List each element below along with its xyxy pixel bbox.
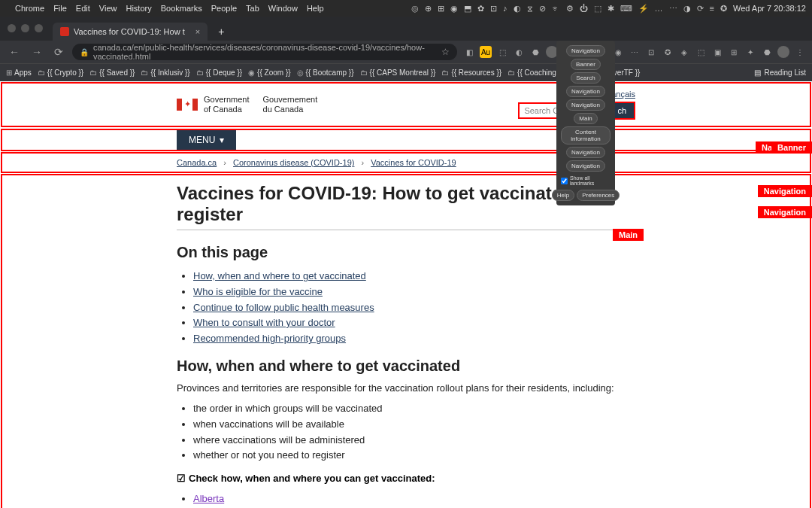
extension-icon[interactable]: ▣ xyxy=(711,46,723,58)
show-all-checkbox-input[interactable] xyxy=(561,178,568,184)
status-icon[interactable]: ⬚ xyxy=(594,4,601,14)
extension-icon[interactable]: ⬣ xyxy=(529,46,541,58)
toc-link[interactable]: Continue to follow public health measure… xyxy=(193,302,374,313)
menu-window[interactable]: Window xyxy=(268,4,298,13)
menu-history[interactable]: History xyxy=(126,4,151,13)
wifi-icon[interactable]: ᯤ xyxy=(552,4,560,13)
bluetooth-icon[interactable]: ✱ xyxy=(607,4,614,14)
status-icon[interactable]: … xyxy=(655,4,663,13)
bookmark-folder[interactable]: 🗀{{ Deque }} xyxy=(196,68,242,77)
status-icon[interactable]: ✪ xyxy=(720,4,727,14)
status-icon[interactable]: ⋯ xyxy=(669,4,677,14)
extension-icon[interactable]: ✪ xyxy=(662,46,674,58)
panel-preferences-button[interactable]: Preferences xyxy=(577,190,620,201)
extension-icon[interactable]: ✦ xyxy=(744,46,756,58)
clock[interactable]: Wed Apr 7 20:38:12 xyxy=(733,4,806,13)
breadcrumb-link[interactable]: Coronavirus disease (COVID-19) xyxy=(233,158,354,167)
new-tab-button[interactable]: + xyxy=(215,23,227,41)
province-link[interactable]: Alberta xyxy=(193,493,224,504)
status-icon[interactable]: ⬒ xyxy=(464,4,471,14)
main-menu-button[interactable]: MENU▾ xyxy=(177,130,236,150)
status-icon[interactable]: ◉ xyxy=(450,4,458,14)
extension-icon[interactable]: ⊡ xyxy=(645,46,657,58)
show-all-landmarks-checkbox[interactable]: Show all landmarks xyxy=(561,175,611,186)
reading-list-button[interactable]: ▤Reading List xyxy=(754,68,806,77)
chrome-menu-icon[interactable]: ⋮ xyxy=(794,46,806,58)
reload-button[interactable]: ⟳ xyxy=(51,46,66,58)
battery-icon[interactable]: ⚡ xyxy=(638,4,649,14)
back-button[interactable]: ← xyxy=(6,46,23,58)
lock-icon[interactable]: 🔒 xyxy=(80,48,89,56)
address-bar[interactable]: 🔒 canada.ca/en/public-health/services/di… xyxy=(72,44,457,60)
status-icon[interactable]: ⊘ xyxy=(539,4,546,14)
status-icon[interactable]: ✿ xyxy=(477,4,484,14)
bookmark-folder[interactable]: 🗀{{ Inklusiv }} xyxy=(141,68,189,77)
status-icon[interactable]: ⊞ xyxy=(438,4,444,14)
extension-icon[interactable]: ⬣ xyxy=(761,46,773,58)
bookmark-folder[interactable]: 🗀{{ Coaching }} xyxy=(508,68,563,77)
app-name[interactable]: Chrome xyxy=(15,4,44,13)
status-icon[interactable]: ⟳ xyxy=(697,4,704,14)
bookmark-item[interactable]: ◎{{ Bootcamp }} xyxy=(297,68,354,77)
breadcrumb-link[interactable]: Vaccines for COVID-19 xyxy=(371,158,456,167)
extension-icon[interactable]: ⬚ xyxy=(695,46,707,58)
status-icon[interactable]: ⚙ xyxy=(566,4,574,14)
landmarks-extension-panel[interactable]: Navigation Banner Search Navigation Navi… xyxy=(556,41,615,205)
status-icon[interactable]: ⧖ xyxy=(527,4,533,14)
status-icon[interactable]: ◐ xyxy=(514,4,521,14)
bookmark-apps[interactable]: ⊞Apps xyxy=(6,68,32,77)
breadcrumb-link[interactable]: Canada.ca xyxy=(177,158,217,167)
toc-link[interactable]: Who is eligible for the vaccine xyxy=(193,286,323,297)
bookmark-star-icon[interactable]: ☆ xyxy=(441,47,450,57)
bookmark-folder[interactable]: 🗀{{ Saved }} xyxy=(89,68,135,77)
menu-help[interactable]: Help xyxy=(307,4,324,13)
profile-avatar[interactable] xyxy=(777,46,789,58)
panel-item-navigation[interactable]: Navigation xyxy=(566,45,605,56)
menu-view[interactable]: View xyxy=(99,4,117,13)
panel-item-search[interactable]: Search xyxy=(571,72,600,84)
extension-icon[interactable]: ⊞ xyxy=(728,46,740,58)
menu-edit[interactable]: Edit xyxy=(76,4,90,13)
extension-icon[interactable]: ⬚ xyxy=(496,46,508,58)
panel-item-main[interactable]: Main xyxy=(574,113,597,124)
bookmark-folder[interactable]: 🗀{{ Crypto }} xyxy=(38,68,83,77)
toc-link[interactable]: How, when and where to get vaccinated xyxy=(193,270,366,281)
status-icon[interactable]: ⊕ xyxy=(425,4,432,14)
status-icon[interactable]: ◑ xyxy=(683,4,691,14)
toc-link[interactable]: When to consult with your doctor xyxy=(193,317,335,328)
extension-icon[interactable]: ⋯ xyxy=(629,46,641,58)
toc-link[interactable]: Recommended high-priority groups xyxy=(193,333,346,344)
status-icon[interactable]: ⊡ xyxy=(490,4,497,14)
menu-tab[interactable]: Tab xyxy=(246,4,259,13)
status-icon[interactable]: ⏻ xyxy=(580,4,588,13)
extension-icon[interactable]: ◈ xyxy=(678,46,690,58)
status-icon[interactable]: ⌨ xyxy=(620,4,632,14)
panel-item-contentinfo[interactable]: Content information xyxy=(561,126,611,144)
status-icon[interactable]: ◎ xyxy=(411,4,419,14)
page-viewport: Governmentof Canada Gouvernementdu Canad… xyxy=(0,81,812,508)
extension-icon[interactable]: Au xyxy=(480,46,492,58)
browser-tab[interactable]: Vaccines for COVID-19: How t × xyxy=(53,23,208,41)
bookmark-item[interactable]: ◉{{ Zoom }} xyxy=(248,68,290,77)
bookmark-folder[interactable]: 🗀{{ Resources }} xyxy=(441,68,501,77)
status-icon[interactable]: ≡ xyxy=(710,4,714,13)
browser-toolbar: ← → ⟳ 🔒 canada.ca/en/public-health/servi… xyxy=(0,41,812,63)
menu-file[interactable]: File xyxy=(53,4,67,13)
panel-item-navigation[interactable]: Navigation xyxy=(566,99,605,111)
panel-item-banner[interactable]: Banner xyxy=(571,59,601,70)
status-icon[interactable]: ♪ xyxy=(503,4,508,13)
extension-icon[interactable]: ◧ xyxy=(463,46,475,58)
extension-icon[interactable]: ◐ xyxy=(513,46,525,58)
menu-people[interactable]: People xyxy=(211,4,237,13)
forward-button[interactable]: → xyxy=(29,46,45,58)
panel-help-button[interactable]: Help xyxy=(552,190,574,201)
close-tab-icon[interactable]: × xyxy=(195,27,200,36)
bookmark-folder[interactable]: 🗀{{ CAPS Montreal }} xyxy=(360,68,436,77)
panel-item-navigation[interactable]: Navigation xyxy=(566,86,605,97)
window-controls[interactable] xyxy=(8,24,43,32)
menu-bookmarks[interactable]: Bookmarks xyxy=(161,4,202,13)
gov-text-en1: Government xyxy=(204,95,250,105)
gov-logo[interactable]: Governmentof Canada Gouvernementdu Canad… xyxy=(177,95,317,114)
panel-item-navigation[interactable]: Navigation xyxy=(566,147,605,158)
panel-item-navigation[interactable]: Navigation xyxy=(566,160,605,172)
